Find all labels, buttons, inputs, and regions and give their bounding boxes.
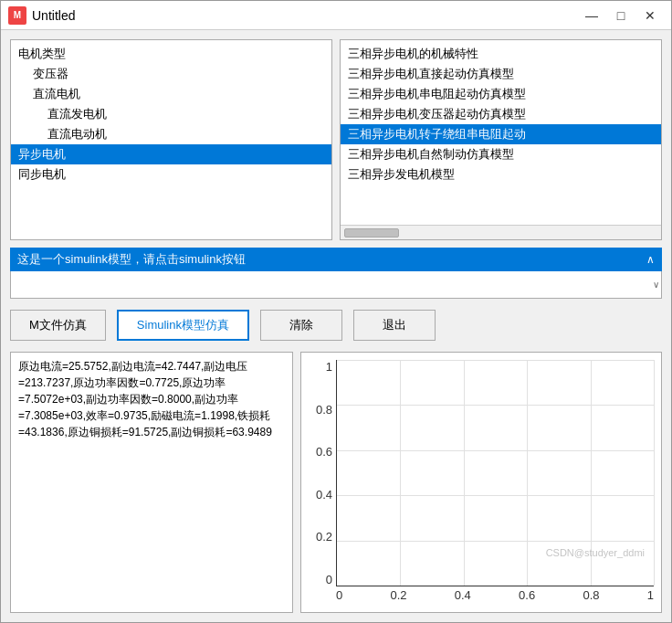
x-axis-label: 0 bbox=[336, 588, 342, 602]
y-axis-label: 0.2 bbox=[316, 530, 332, 544]
clear-button[interactable]: 清除 bbox=[260, 310, 342, 341]
horizontal-scrollbar[interactable] bbox=[341, 225, 661, 239]
x-axis-label: 0.6 bbox=[519, 588, 535, 602]
grid-h-1 bbox=[337, 405, 654, 406]
info-bar-wrapper: 这是一个simulink模型，请点击simulink按钮 ∧ ∨ bbox=[10, 248, 662, 299]
watermark: CSDN@studyer_ddmi bbox=[546, 547, 645, 558]
main-window: M Untitled — □ ✕ 电机类型变压器直流电机直流发电机直流电动机异步… bbox=[0, 0, 672, 623]
list-item[interactable]: 电机类型 bbox=[11, 44, 331, 64]
x-axis-label: 1 bbox=[647, 588, 654, 602]
maximize-button[interactable]: □ bbox=[607, 5, 635, 26]
list-item[interactable]: 三相异步发电机模型 bbox=[341, 164, 661, 185]
list-item[interactable]: 同步电机 bbox=[11, 164, 331, 185]
x-axis-label: 0.2 bbox=[390, 588, 406, 602]
simulink-button[interactable]: Simulink模型仿真 bbox=[117, 310, 249, 341]
grid-h-2 bbox=[337, 450, 654, 451]
output-panel: 原边电流=25.5752,副边电流=42.7447,副边电压=213.7237,… bbox=[10, 352, 293, 613]
chart-panel: 10.80.60.40.20 bbox=[300, 352, 662, 613]
chart-plot: CSDN@studyer_ddmi bbox=[336, 360, 654, 586]
list-item[interactable]: 直流发电机 bbox=[11, 104, 331, 124]
app-icon: M bbox=[8, 6, 26, 25]
y-axis-label: 0 bbox=[326, 573, 332, 586]
m-file-button[interactable]: M文件仿真 bbox=[10, 310, 106, 341]
window-title: Untitled bbox=[32, 8, 578, 23]
grid-v-1 bbox=[400, 360, 401, 586]
left-list[interactable]: 电机类型变压器直流电机直流发电机直流电动机异步电机同步电机 bbox=[11, 40, 331, 239]
exit-button[interactable]: 退出 bbox=[353, 310, 436, 341]
detail-bar-arrow-down[interactable]: ∨ bbox=[653, 280, 659, 290]
left-list-panel: 电机类型变压器直流电机直流发电机直流电动机异步电机同步电机 bbox=[10, 39, 332, 240]
top-panels: 电机类型变压器直流电机直流发电机直流电动机异步电机同步电机 三相异步电机的机械特… bbox=[10, 39, 662, 240]
title-bar: M Untitled — □ ✕ bbox=[1, 1, 671, 30]
chart-area: CSDN@studyer_ddmi 00.20.40.60.81 bbox=[336, 360, 654, 605]
list-item[interactable]: 三相异步电机转子绕组串电阻起动 bbox=[341, 124, 661, 144]
x-axis-label: 0.4 bbox=[455, 588, 471, 602]
bottom-section: 原边电流=25.5752,副边电流=42.7447,副边电压=213.7237,… bbox=[10, 352, 662, 613]
grid-h-0 bbox=[337, 360, 654, 361]
y-axis-label: 0.6 bbox=[316, 445, 332, 459]
list-item[interactable]: 三相异步电机变压器起动仿真模型 bbox=[341, 104, 661, 124]
list-item[interactable]: 直流电机 bbox=[11, 84, 331, 104]
list-item[interactable]: 三相异步电机直接起动仿真模型 bbox=[341, 64, 661, 84]
list-item[interactable]: 直流电动机 bbox=[11, 124, 331, 144]
chart-inner: 10.80.60.40.20 bbox=[309, 360, 654, 605]
info-bar: 这是一个simulink模型，请点击simulink按钮 ∧ bbox=[10, 248, 662, 271]
y-axis-label: 0.8 bbox=[316, 403, 332, 417]
grid-v-5 bbox=[654, 360, 655, 586]
right-list[interactable]: 三相异步电机的机械特性三相异步电机直接起动仿真模型三相异步电机串电阻起动仿真模型… bbox=[341, 40, 661, 225]
grid-h-3 bbox=[337, 495, 654, 496]
window-controls: — □ ✕ bbox=[578, 5, 664, 26]
y-axis-label: 1 bbox=[326, 360, 332, 374]
y-axis: 10.80.60.40.20 bbox=[309, 360, 336, 605]
grid-h-4 bbox=[337, 541, 654, 542]
info-bar-text: 这是一个simulink模型，请点击simulink按钮 bbox=[17, 251, 246, 268]
list-item[interactable]: 三相异步电机串电阻起动仿真模型 bbox=[341, 84, 661, 104]
grid-v-2 bbox=[464, 360, 465, 586]
list-item[interactable]: 变压器 bbox=[11, 64, 331, 84]
x-axis-label: 0.8 bbox=[583, 588, 599, 602]
list-item[interactable]: 异步电机 bbox=[11, 144, 331, 164]
grid-v-3 bbox=[527, 360, 528, 586]
list-item[interactable]: 三相异步电机的机械特性 bbox=[341, 44, 661, 64]
y-axis-label: 0.4 bbox=[316, 488, 332, 502]
output-text: 原边电流=25.5752,副边电流=42.7447,副边电压=213.7237,… bbox=[11, 353, 292, 612]
close-button[interactable]: ✕ bbox=[636, 5, 664, 26]
buttons-row: M文件仿真 Simulink模型仿真 清除 退出 bbox=[10, 306, 662, 344]
minimize-button[interactable]: — bbox=[578, 5, 605, 26]
scrollbar-thumb[interactable] bbox=[344, 228, 399, 238]
main-content: 电机类型变压器直流电机直流发电机直流电动机异步电机同步电机 三相异步电机的机械特… bbox=[1, 30, 671, 622]
x-axis: 00.20.40.60.81 bbox=[336, 586, 654, 605]
detail-bar: ∨ bbox=[10, 271, 662, 299]
info-bar-arrow-up[interactable]: ∧ bbox=[646, 253, 655, 266]
list-item[interactable]: 三相异步电机自然制动仿真模型 bbox=[341, 144, 661, 164]
right-list-panel: 三相异步电机的机械特性三相异步电机直接起动仿真模型三相异步电机串电阻起动仿真模型… bbox=[340, 39, 662, 240]
